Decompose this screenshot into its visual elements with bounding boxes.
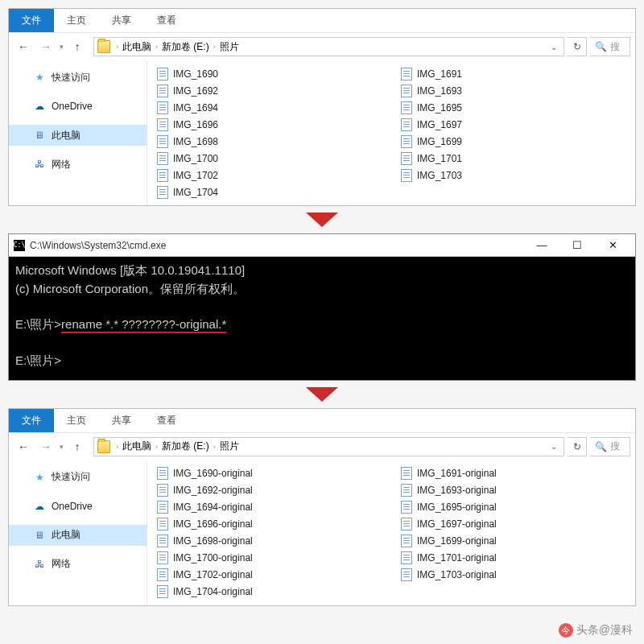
- address-dropdown-icon[interactable]: ⌄: [551, 43, 557, 52]
- search-input[interactable]: 🔍 搜: [590, 437, 630, 456]
- file-item[interactable]: IMG_1693-original: [398, 482, 629, 499]
- file-item[interactable]: IMG_1703-original: [398, 567, 629, 584]
- crumb-thispc[interactable]: 此电脑: [122, 40, 151, 54]
- file-item[interactable]: IMG_1702: [154, 167, 385, 184]
- file-item[interactable]: IMG_1695-original: [398, 499, 629, 516]
- tab-file[interactable]: 文件: [9, 9, 54, 32]
- explorer-window-before: 文件 主页 共享 查看 ← → ▾ ↑ › 此电脑 › 新加卷 (E:) › 照…: [8, 8, 636, 206]
- file-icon: [401, 551, 412, 564]
- explorer-body: ★ 快速访问 ☁ OneDrive 🖥 此电脑 🖧 网络 IMG_1690IMG…: [9, 60, 635, 205]
- address-dropdown-icon[interactable]: ⌄: [551, 442, 557, 451]
- file-item[interactable]: IMG_1691: [398, 65, 629, 82]
- file-item[interactable]: IMG_1700: [154, 150, 385, 167]
- file-item[interactable]: IMG_1691-original: [398, 465, 629, 482]
- cmd-line: Microsoft Windows [版本 10.0.19041.1110]: [15, 263, 245, 277]
- nav-up-button[interactable]: ↑: [68, 37, 87, 56]
- search-input[interactable]: 🔍 搜: [590, 37, 630, 56]
- file-item[interactable]: IMG_1697-original: [398, 516, 629, 533]
- crumb-thispc[interactable]: 此电脑: [122, 440, 151, 453]
- sidebar-item-network[interactable]: 🖧 网络: [9, 554, 147, 575]
- file-item[interactable]: IMG_1692: [154, 82, 385, 99]
- file-item[interactable]: IMG_1694: [154, 99, 385, 116]
- cmd-output[interactable]: Microsoft Windows [版本 10.0.19041.1110] (…: [9, 257, 635, 380]
- tab-view[interactable]: 查看: [144, 409, 189, 432]
- network-icon: 🖧: [33, 558, 46, 571]
- file-item[interactable]: IMG_1695: [398, 99, 629, 116]
- sidebar-item-thispc[interactable]: 🖥 此电脑: [9, 525, 147, 546]
- file-name: IMG_1700-original: [173, 552, 253, 564]
- watermark-logo-icon: 今: [559, 623, 573, 638]
- nav-back-button[interactable]: ←: [14, 37, 33, 56]
- file-name: IMG_1702-original: [173, 569, 253, 580]
- sidebar-item-thispc[interactable]: 🖥 此电脑: [9, 125, 147, 146]
- tab-share[interactable]: 共享: [99, 9, 144, 32]
- sidebar-item-quickaccess[interactable]: ★ 快速访问: [9, 67, 147, 88]
- address-bar[interactable]: › 此电脑 › 新加卷 (E:) › 照片 ⌄: [93, 37, 564, 56]
- file-name: IMG_1691-original: [417, 468, 497, 479]
- nav-back-button[interactable]: ←: [14, 437, 33, 456]
- nav-history-dropdown[interactable]: ▾: [60, 43, 64, 51]
- file-name: IMG_1694: [173, 102, 218, 114]
- file-list: IMG_1690IMG_1692IMG_1694IMG_1696IMG_1698…: [147, 60, 635, 205]
- file-item[interactable]: IMG_1696-original: [154, 516, 385, 533]
- tab-home[interactable]: 主页: [54, 9, 99, 32]
- file-item[interactable]: IMG_1699: [398, 133, 629, 150]
- file-icon: [401, 467, 412, 480]
- file-item[interactable]: IMG_1690-original: [154, 465, 385, 482]
- sidebar-item-onedrive[interactable]: ☁ OneDrive: [9, 96, 147, 117]
- sidebar-item-onedrive[interactable]: ☁ OneDrive: [9, 496, 147, 517]
- nav-history-dropdown[interactable]: ▾: [60, 443, 64, 451]
- file-item[interactable]: IMG_1690: [154, 65, 385, 82]
- file-name: IMG_1693-original: [417, 485, 497, 496]
- file-item[interactable]: IMG_1701: [398, 150, 629, 167]
- file-item[interactable]: IMG_1704: [154, 184, 385, 200]
- svg-marker-0: [306, 213, 338, 227]
- file-icon: [157, 85, 168, 97]
- pc-icon: 🖥: [33, 529, 46, 542]
- file-name: IMG_1690: [173, 68, 218, 80]
- tab-share[interactable]: 共享: [99, 409, 144, 432]
- cmd-prompt: E:\照片>: [15, 317, 61, 331]
- nav-forward-button[interactable]: →: [36, 37, 56, 56]
- file-item[interactable]: IMG_1701-original: [398, 550, 629, 567]
- crumb-volume[interactable]: 新加卷 (E:): [162, 40, 209, 54]
- chevron-right-icon: ›: [213, 443, 216, 451]
- folder-icon: [97, 440, 110, 453]
- refresh-button[interactable]: ↻: [568, 437, 587, 456]
- nav-up-button[interactable]: ↑: [68, 437, 87, 456]
- folder-icon: [97, 40, 110, 53]
- crumb-photos[interactable]: 照片: [220, 440, 239, 453]
- file-name: IMG_1697: [417, 119, 462, 130]
- sidebar-item-quickaccess[interactable]: ★ 快速访问: [9, 467, 147, 488]
- nav-forward-button[interactable]: →: [36, 437, 56, 456]
- file-name: IMG_1700: [173, 153, 218, 164]
- file-item[interactable]: IMG_1693: [398, 82, 629, 99]
- address-bar[interactable]: › 此电脑 › 新加卷 (E:) › 照片 ⌄: [93, 437, 564, 456]
- file-item[interactable]: IMG_1700-original: [154, 550, 385, 567]
- crumb-photos[interactable]: 照片: [220, 40, 239, 54]
- file-item[interactable]: IMG_1703: [398, 167, 629, 184]
- refresh-button[interactable]: ↻: [568, 37, 587, 56]
- minimize-button[interactable]: —: [524, 234, 559, 257]
- file-icon: [401, 101, 412, 114]
- file-item[interactable]: IMG_1704-original: [154, 584, 385, 601]
- file-item[interactable]: IMG_1699-original: [398, 533, 629, 550]
- tab-file[interactable]: 文件: [9, 409, 54, 432]
- tab-view[interactable]: 查看: [144, 9, 189, 32]
- file-item[interactable]: IMG_1702-original: [154, 567, 385, 584]
- file-item[interactable]: IMG_1694-original: [154, 499, 385, 516]
- file-item[interactable]: IMG_1698: [154, 133, 385, 150]
- onedrive-icon: ☁: [33, 500, 46, 513]
- maximize-button[interactable]: ☐: [559, 234, 595, 257]
- file-item[interactable]: IMG_1696: [154, 116, 385, 133]
- file-icon: [157, 186, 168, 199]
- crumb-volume[interactable]: 新加卷 (E:): [162, 440, 209, 453]
- tab-home[interactable]: 主页: [54, 409, 99, 432]
- close-button[interactable]: ✕: [595, 234, 630, 257]
- chevron-right-icon: ›: [155, 443, 158, 451]
- file-item[interactable]: IMG_1697: [398, 116, 629, 133]
- file-item[interactable]: IMG_1692-original: [154, 482, 385, 499]
- sidebar-label: 网络: [52, 557, 71, 571]
- file-item[interactable]: IMG_1698-original: [154, 533, 385, 550]
- sidebar-item-network[interactable]: 🖧 网络: [9, 154, 147, 175]
